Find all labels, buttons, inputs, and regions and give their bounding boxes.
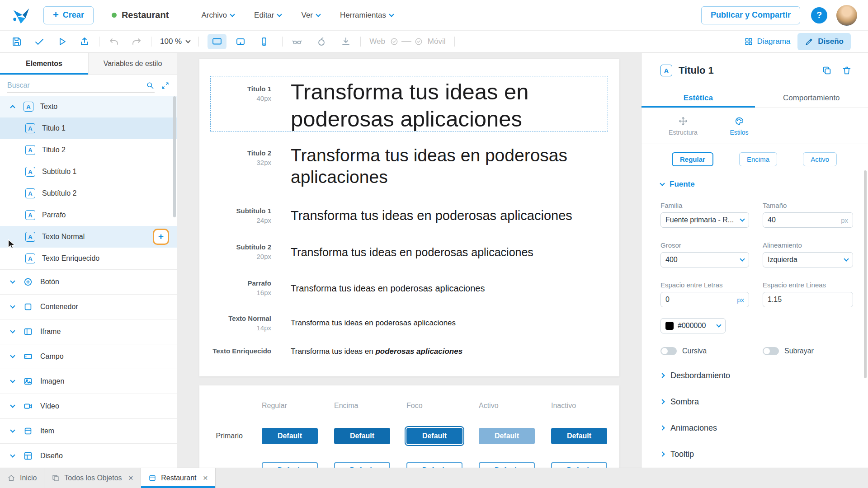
menu-archivo[interactable]: Archivo [201,11,234,20]
canvas-text-row[interactable]: Texto Enriquecido Transforma tus ideas e… [210,347,608,357]
expand-icon[interactable] [161,81,170,90]
default-button-encima[interactable]: Default [334,428,390,444]
sidebar-item-texto-normal[interactable]: A Texto Normal + [0,226,177,248]
close-icon[interactable]: ✕ [128,474,134,482]
tab-comportamiento[interactable]: Comportamiento [755,88,868,108]
tab-inicio[interactable]: Inicio [0,468,44,488]
download-icon[interactable] [340,36,352,47]
tablet-view-button[interactable] [231,34,250,49]
check-icon[interactable] [33,36,45,47]
subtab-estilos[interactable]: Estilos [721,116,757,136]
outline-button[interactable]: Default [334,462,390,468]
sample-text-titulo-1[interactable]: Transforma tus ideas en poderosas aplica… [291,79,607,133]
sidebar-item-subtitulo-2[interactable]: A Subtítulo 2 [0,183,177,204]
sample-text-enriquecido[interactable]: Transforma tus ideas en poderosas aplica… [291,347,607,357]
canvas-text-row[interactable]: Subtítulo 2 20px Transforma tus ideas en… [210,243,608,261]
tab-elementos[interactable]: Elementos [0,53,88,75]
run-icon[interactable] [56,36,68,47]
undo-icon[interactable] [108,36,120,47]
sidebar-item-subtitulo-1[interactable]: A Subtítulo 1 [0,161,177,183]
sidebar-item-titulo-1[interactable]: A Titulo 1 [0,117,177,139]
diagrama-tab[interactable]: Diagrama [737,33,798,50]
state-activo-button[interactable]: Activo [803,152,837,166]
sidebar-group-boton[interactable]: Botón [0,269,177,294]
canvas-text-row[interactable]: Parrafo 16px Transforma tus ideas en pod… [210,279,608,297]
tab-todos-los-objetos[interactable]: Todos los Objetos ✕ [44,468,141,488]
menu-editar[interactable]: Editar [254,11,281,20]
font-size-field[interactable]: px [763,212,853,228]
line-height-field[interactable] [763,292,853,307]
section-tooltip[interactable]: Tooltip [642,441,868,467]
subrayar-toggle[interactable]: Subrayar [763,347,853,355]
canvas-text-row[interactable]: Subtítulo 1 24px Transforma tus ideas en… [210,207,608,225]
redo-icon[interactable] [131,36,142,47]
sidebar-group-texto[interactable]: A Texto [0,96,177,117]
outline-button[interactable]: Default [262,462,318,468]
default-button-foco[interactable]: Default [406,428,462,444]
sidebar-scrollbar[interactable] [173,96,176,217]
default-button-activo[interactable]: Default [479,428,535,444]
tab-variables-de-estilo[interactable]: Variables de estilo [88,53,177,75]
sidebar-group-campo[interactable]: Campo [0,344,177,369]
sidebar-item-titulo-2[interactable]: A Titulo 2 [0,139,177,161]
app-logo-icon[interactable] [11,5,32,26]
menu-herramientas[interactable]: Herramientas [340,11,393,20]
export-icon[interactable] [79,36,90,47]
canvas-text-row[interactable]: Texto Normal 14px Transforma tus ideas e… [210,314,608,333]
search-input[interactable] [7,81,142,89]
letter-spacing-input[interactable] [665,296,737,304]
outline-button[interactable]: Default [479,462,535,468]
alignment-select[interactable]: Izquierda [763,252,853,267]
state-regular-button[interactable]: Regular [672,152,713,166]
apple-icon[interactable] [316,36,327,47]
sample-text-parrafo[interactable]: Transforma tus ideas en poderosas aplica… [291,283,607,294]
menu-ver[interactable]: Ver [301,11,320,20]
letter-spacing-field[interactable]: px [660,292,749,307]
close-icon[interactable]: ✕ [203,474,208,482]
font-weight-select[interactable]: 400 [660,252,749,267]
sample-text-subtitulo-1[interactable]: Transforma tus ideas en poderosas aplica… [291,208,607,224]
preview-glasses-icon[interactable] [291,36,303,47]
trash-icon[interactable] [842,66,852,75]
publish-button[interactable]: Publicar y Compartir [701,6,800,24]
sidebar-group-imagen[interactable]: Imagen [0,369,177,394]
design-canvas[interactable]: Titulo 1 40px Transforma tus ideas en po… [177,53,641,468]
search-icon[interactable] [146,81,155,90]
sidebar-group-diseno[interactable]: Diseño [0,443,177,468]
cursiva-toggle[interactable]: Cursiva [660,347,749,355]
tab-estetica[interactable]: Estética [642,88,755,108]
sidebar-item-parrafo[interactable]: A Parrafo [0,204,177,226]
sidebar-group-video[interactable]: Vídeo [0,394,177,418]
state-encima-button[interactable]: Encima [739,152,777,166]
inspector-scrollbar[interactable] [864,170,867,378]
section-fuente[interactable]: Fuente [660,180,868,189]
sidebar-item-texto-enriquecido[interactable]: A Texto Enriquecido [0,248,177,269]
sidebar-group-iframe[interactable]: Iframe [0,319,177,344]
desktop-view-button[interactable] [208,34,226,49]
font-family-select[interactable]: Fuente primaria - R... [660,212,749,228]
font-size-input[interactable] [768,216,841,224]
zoom-control[interactable]: 100 % [160,37,190,46]
save-icon[interactable] [11,36,23,47]
line-height-input[interactable] [768,296,848,304]
sidebar-group-item[interactable]: Item [0,418,177,443]
sample-text-titulo-2[interactable]: Transforma tus ideas en poderosas aplica… [291,145,607,188]
section-desbordamiento[interactable]: Desbordamiento [642,362,868,389]
default-button-inactivo[interactable]: Default [551,428,607,444]
create-button[interactable]: + Crear [43,6,94,24]
sample-text-subtitulo-2[interactable]: Transforma tus ideas en poderosas aplica… [291,245,607,259]
add-element-button[interactable]: + [154,230,168,244]
section-animaciones[interactable]: Animaciones [642,415,868,441]
outline-button[interactable]: Default [551,462,607,468]
section-sombra[interactable]: Sombra [642,389,868,415]
sample-text-texto-normal[interactable]: Transforma tus ideas en poderosas aplica… [291,319,607,328]
mobile-view-button[interactable] [255,34,274,49]
font-color-picker[interactable]: #000000 [660,318,726,333]
tab-restaurant[interactable]: Restaurant ✕ [141,468,216,488]
subtab-estructura[interactable]: Estructura [665,116,701,136]
canvas-text-row[interactable]: Titulo 2 32px Transforma tus ideas en po… [210,145,608,188]
copy-icon[interactable] [822,66,832,75]
help-button[interactable]: ? [811,7,827,23]
web-mobile-toggle[interactable]: Web Móvil [369,37,445,46]
avatar[interactable] [836,5,857,26]
